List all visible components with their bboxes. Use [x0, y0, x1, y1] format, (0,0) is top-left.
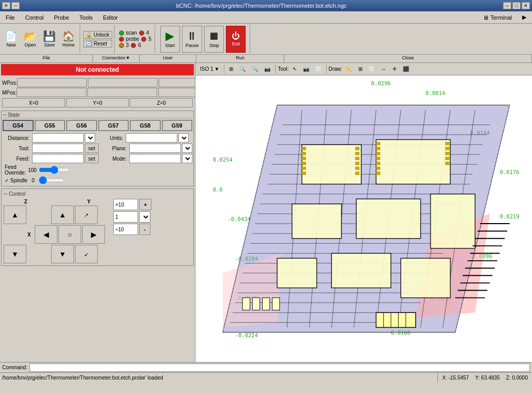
xy-center-button[interactable]: ○ [58, 225, 81, 244]
zoom-in-icon: 🔍 [239, 66, 246, 72]
win-minimize-btn[interactable]: ─ [503, 2, 511, 9]
step-plus-button[interactable]: + [139, 199, 151, 210]
draw-grid-btn[interactable]: ⊞ [356, 65, 365, 73]
menu-control[interactable]: Control [21, 13, 48, 22]
file-section: 📄 New 📂 Open 💾 Save 🏠 Home [2, 25, 80, 54]
units-input[interactable] [126, 133, 177, 143]
z-down-button[interactable]: ▼ [4, 245, 26, 263]
distance-row: Distance: Units: [3, 133, 192, 143]
spindle-slider[interactable] [39, 177, 65, 184]
draw-lines-btn[interactable]: 📐 [343, 65, 355, 73]
run-section-label: Run [196, 55, 284, 62]
wpos-x-input[interactable] [17, 78, 87, 87]
plane-select[interactable] [182, 144, 192, 153]
menu-editor[interactable]: Editor [98, 13, 123, 22]
x-coord-button[interactable]: X=0 [2, 98, 65, 107]
x-minus-button[interactable]: ◀ [35, 225, 57, 244]
stop-button[interactable]: ⏹ Stop [204, 26, 224, 53]
main-canvas[interactable] [195, 75, 532, 362]
new-button[interactable]: 📄 New [2, 26, 20, 53]
g55-button[interactable]: G55 [35, 120, 66, 131]
distance-input[interactable] [32, 133, 84, 143]
g59-button[interactable]: G59 [162, 120, 193, 131]
num3-dot [119, 43, 124, 48]
y-back-button[interactable]: ▼ [51, 245, 74, 263]
mpos-y-input[interactable] [87, 88, 157, 97]
spindle-label: ✓ Spindle [5, 178, 27, 183]
pause-button[interactable]: ⏸ Pause [182, 26, 203, 53]
step-dropdown[interactable] [139, 211, 150, 223]
feed-set-button[interactable]: set [85, 154, 99, 163]
iso-select[interactable]: ISO 1 ▼ [197, 65, 222, 73]
command-bar: Command: [0, 362, 532, 372]
y-back-diag-button[interactable]: ↙ [75, 245, 98, 263]
units-select[interactable] [178, 133, 189, 143]
step-val-input[interactable] [113, 211, 138, 223]
camera-button[interactable]: 📷 [262, 65, 273, 73]
plane-input[interactable] [129, 144, 181, 153]
wpos-z-input[interactable] [159, 78, 195, 87]
draw-arrows-btn[interactable]: ↔ [378, 65, 389, 73]
z-coord-button[interactable]: Z=0 [130, 98, 193, 107]
step-x10-input[interactable] [113, 199, 138, 210]
step-minus-button[interactable]: - [139, 224, 150, 235]
draw-cursor-btn[interactable]: ✛ [390, 65, 399, 73]
zoom-in-button[interactable]: 🔍 [237, 65, 248, 73]
mpos-x-input[interactable] [17, 88, 86, 97]
feed-override-slider[interactable] [39, 166, 70, 174]
menu-probe[interactable]: Probe [49, 13, 73, 22]
menu-file[interactable]: File [1, 13, 20, 22]
home-button[interactable]: 🏠 Home [59, 26, 78, 53]
y-coord-button[interactable]: Y=0 [66, 98, 129, 107]
g56-button[interactable]: G56 [66, 120, 97, 131]
scan-row: scan 4 [119, 30, 151, 36]
open-button[interactable]: 📂 Open [21, 26, 39, 53]
distance-select[interactable] [85, 133, 95, 143]
zoom-fit-button[interactable]: ⊞ [226, 65, 236, 73]
feed-input[interactable] [32, 154, 84, 163]
tool-cursor[interactable]: ↖ [290, 65, 299, 73]
win-min-btn[interactable]: ─ [11, 2, 20, 9]
step-div10-input[interactable] [113, 224, 138, 235]
win-maximize-btn[interactable]: □ [512, 2, 521, 9]
save-button[interactable]: 💾 Save [40, 26, 58, 53]
g54-button[interactable]: G54 [3, 120, 34, 131]
num3-row: 3 6 [119, 42, 151, 48]
command-input[interactable] [29, 364, 530, 372]
y-fwd-diag-button[interactable]: ↗ [75, 206, 98, 224]
x-plus-button[interactable]: ▶ [82, 225, 105, 244]
wpos-inputs [17, 78, 195, 87]
g58-button[interactable]: G58 [130, 120, 161, 131]
wpos-y-input[interactable] [88, 78, 158, 87]
menu-tools-label: Tools [80, 14, 93, 21]
iso-label: ISO 1 [200, 66, 214, 72]
mpos-label: MPos: [2, 90, 17, 96]
draw-extra-btn[interactable]: ⬛ [400, 65, 412, 73]
start-button[interactable]: ▶ Start [160, 26, 180, 53]
tool-set-button[interactable]: set [85, 144, 99, 153]
unlock-button[interactable]: 🔓 Unlock [83, 31, 112, 39]
status-bar: Not connected [1, 64, 194, 75]
mode-select[interactable] [182, 154, 192, 163]
draw-path-btn[interactable]: ⬜ [366, 65, 377, 73]
tool-box-btn[interactable]: ⬜ [313, 65, 324, 73]
zoom-out-button[interactable]: 🔍 [249, 65, 261, 73]
z-up-button[interactable]: ▲ [4, 206, 26, 224]
reset-button[interactable]: 🔄 Reset [83, 40, 112, 48]
win-x-btn[interactable]: ✕ [522, 2, 530, 9]
tool-input[interactable] [32, 144, 84, 153]
canvas-container[interactable]: 0.0296 0.0014 0.0144 0.0176 0.0219 0.009… [195, 75, 532, 362]
tool-cam-btn[interactable]: 📷 [300, 65, 312, 73]
mpos-z-input[interactable] [158, 88, 195, 97]
menu-terminal[interactable]: 🖥 Terminal [478, 13, 516, 22]
menu-tools[interactable]: Tools [75, 13, 98, 22]
menu-extra[interactable]: ▶ [518, 12, 531, 22]
g57-button[interactable]: G57 [98, 120, 129, 131]
x-axis-label: X [27, 232, 34, 238]
y-fwd-button[interactable]: ▲ [51, 206, 74, 224]
jog-row-3: ▼ ▼ ↙ [4, 245, 105, 263]
mode-input[interactable] [129, 154, 181, 163]
exit-button[interactable]: ⏻ Exit [226, 26, 246, 53]
step-controls: + - [113, 199, 151, 263]
win-close-btn[interactable]: ✕ [2, 2, 10, 9]
